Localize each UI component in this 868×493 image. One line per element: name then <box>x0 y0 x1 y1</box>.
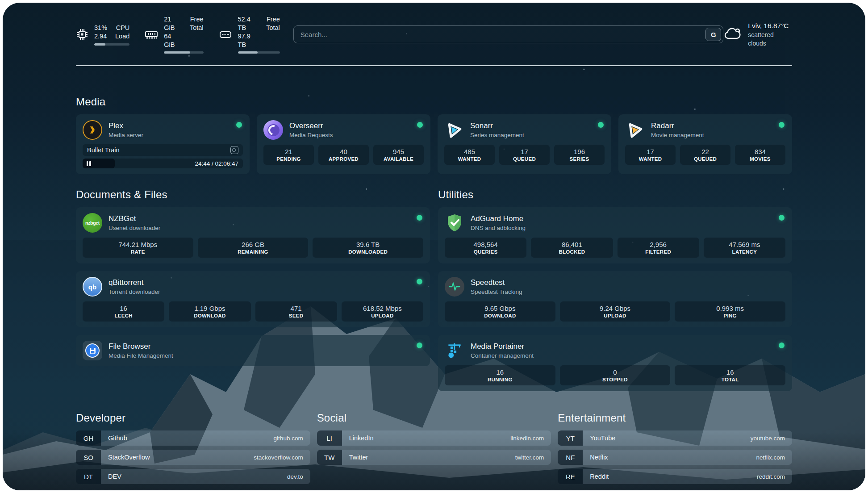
service-card-qbittorrent[interactable]: qb qBittorrent Torrent downloader 16LEEC… <box>76 271 430 327</box>
service-card-speedtest[interactable]: Speedtest Speedtest Tracking 9.65 GbpsDO… <box>438 271 792 327</box>
adguard-logo-icon <box>445 213 464 233</box>
service-description: Media Requests <box>289 132 333 138</box>
service-card-filebrowser[interactable]: File Browser Media File Management <box>76 335 430 366</box>
filebrowser-logo-icon <box>83 341 102 360</box>
stat-box: 945AVAILABLE <box>373 145 424 165</box>
stat-box: 0STOPPED <box>560 365 671 385</box>
developer-section-title: Developer <box>76 412 310 424</box>
service-card-radarr[interactable]: Radarr Movie management 17WANTED 22QUEUE… <box>618 114 792 174</box>
ram-free-label: Free <box>190 15 204 24</box>
bookmark-name: Twitter <box>349 454 368 461</box>
search-bar: G <box>293 25 724 43</box>
service-card-overseerr[interactable]: Overseerr Media Requests 21PENDING 40APP… <box>257 114 430 174</box>
stat-box: 16LEECH <box>83 301 164 322</box>
stat-box: 39.6 TBDOWNLOADED <box>313 238 423 258</box>
bookmark-url: linkedin.com <box>510 435 544 442</box>
plex-logo-icon <box>83 120 102 140</box>
bookmark-reddit[interactable]: RE Reddit reddit.com <box>558 469 792 484</box>
stat-box: 1.19 GbpsDOWNLOAD <box>169 301 250 322</box>
cpu-usage-label: CPU <box>116 24 130 32</box>
bookmark-url: twitter.com <box>515 454 544 461</box>
service-name: Plex <box>108 121 143 130</box>
service-card-plex[interactable]: Plex Media server Bullet Train 24:44 / 0… <box>76 114 250 174</box>
disk-icon <box>219 29 232 41</box>
social-section-title: Social <box>317 412 551 424</box>
bookmark-url: youtube.com <box>751 435 785 442</box>
stat-box: 86,401BLOCKED <box>531 238 613 258</box>
service-description: Container management <box>471 352 534 359</box>
disk-total-value: 97.9 TB <box>238 32 259 49</box>
bookmark-name: Github <box>108 435 127 442</box>
service-name: Overseerr <box>289 121 333 130</box>
utilities-section-title: Utilities <box>438 188 792 201</box>
now-playing-title: Bullet Train <box>87 146 120 154</box>
stat-box: 2,956FILTERED <box>618 238 699 258</box>
stat-box: 17WANTED <box>625 145 676 165</box>
weather-widget[interactable]: Lviv, 16.87°C scattered clouds <box>723 21 792 48</box>
service-description: Usenet downloader <box>108 225 160 231</box>
bookmark-abbr: LI <box>317 430 342 446</box>
service-description: Movie management <box>651 132 704 138</box>
bookmark-stackoverflow[interactable]: SO StackOverflow stackoverflow.com <box>76 450 310 465</box>
stat-box: 9.24 GbpsUPLOAD <box>560 301 671 322</box>
disk-free-value: 52.4 TB <box>238 15 259 32</box>
bookmark-name: YouTube <box>590 435 615 442</box>
service-name: Radarr <box>651 121 704 130</box>
bookmark-twitter[interactable]: TW Twitter twitter.com <box>317 450 551 465</box>
bookmark-name: StackOverflow <box>108 454 150 461</box>
utilities-section: Utilities <box>438 188 792 391</box>
service-description: Media server <box>108 132 143 138</box>
search-input[interactable] <box>293 25 724 43</box>
qbittorrent-logo-icon: qb <box>83 277 102 297</box>
service-name: NZBGet <box>108 214 160 223</box>
top-bar: 31% 2.94 CPU Load <box>76 15 792 54</box>
ram-free-value: 21 GiB <box>164 15 182 32</box>
entertainment-section-title: Entertainment <box>558 412 792 424</box>
stat-box: 21PENDING <box>263 145 314 165</box>
bookmark-dev[interactable]: DT DEV dev.to <box>76 469 310 484</box>
portainer-logo-icon <box>445 341 464 360</box>
now-playing-row: Bullet Train <box>83 144 243 156</box>
developer-section: Developer GH Github github.com SO StackO… <box>76 412 310 488</box>
weather-condition: scattered clouds <box>748 31 792 48</box>
bookmark-url: dev.to <box>287 473 303 480</box>
stat-box: 196SERIES <box>554 145 605 165</box>
service-card-adguard[interactable]: AdGuard Home DNS and adblocking 498,564Q… <box>438 207 792 263</box>
disk-total-label: Total <box>266 24 280 32</box>
cpu-load-value: 2.94 <box>94 32 107 41</box>
bookmark-github[interactable]: GH Github github.com <box>76 430 310 446</box>
bookmark-youtube[interactable]: YT YouTube youtube.com <box>558 430 792 446</box>
cpu-usage-value: 31% <box>94 24 107 32</box>
weather-location-temp: Lviv, 16.87°C <box>748 21 792 31</box>
stat-box: 9.65 GbpsDOWNLOAD <box>445 301 555 322</box>
bookmark-netflix[interactable]: NF Netflix netflix.com <box>558 450 792 465</box>
header-divider <box>76 65 792 66</box>
cpu-stat-widget: 31% 2.94 CPU Load <box>76 15 129 54</box>
bookmark-abbr: GH <box>76 430 101 446</box>
service-card-sonarr[interactable]: Sonarr Series management 485WANTED 17QUE… <box>438 114 611 174</box>
stat-box: 471SEED <box>255 301 337 322</box>
service-name: qBittorrent <box>108 278 160 287</box>
social-section: Social LI LinkedIn linkedin.com TW Twitt… <box>317 412 551 488</box>
sonarr-logo-icon <box>444 120 464 140</box>
playback-time: 24:44 / 02:06:47 <box>195 160 238 167</box>
bookmark-abbr: NF <box>558 450 583 465</box>
service-description: Torrent downloader <box>108 288 160 295</box>
service-description: Speedtest Tracking <box>471 288 522 295</box>
bookmark-url: netflix.com <box>756 454 785 461</box>
service-card-portainer[interactable]: Media Portainer Container management 16R… <box>438 335 792 391</box>
service-card-nzbget[interactable]: nzbget NZBGet Usenet downloader 744.21 M… <box>76 207 430 263</box>
service-name: Media Portainer <box>471 342 534 351</box>
ram-total-value: 64 GiB <box>164 32 182 49</box>
documents-section-title: Documents & Files <box>76 188 430 201</box>
service-description: Series management <box>470 132 524 138</box>
search-provider-button[interactable]: G <box>705 28 721 41</box>
speedtest-logo-icon <box>445 277 464 297</box>
nzbget-logo-icon: nzbget <box>83 213 102 233</box>
bookmark-name: Netflix <box>590 454 608 461</box>
session-icon <box>230 146 238 154</box>
bookmark-name: Reddit <box>590 473 609 480</box>
bookmark-name: DEV <box>108 473 121 480</box>
bookmark-name: LinkedIn <box>349 435 374 442</box>
bookmark-linkedin[interactable]: LI LinkedIn linkedin.com <box>317 430 551 446</box>
